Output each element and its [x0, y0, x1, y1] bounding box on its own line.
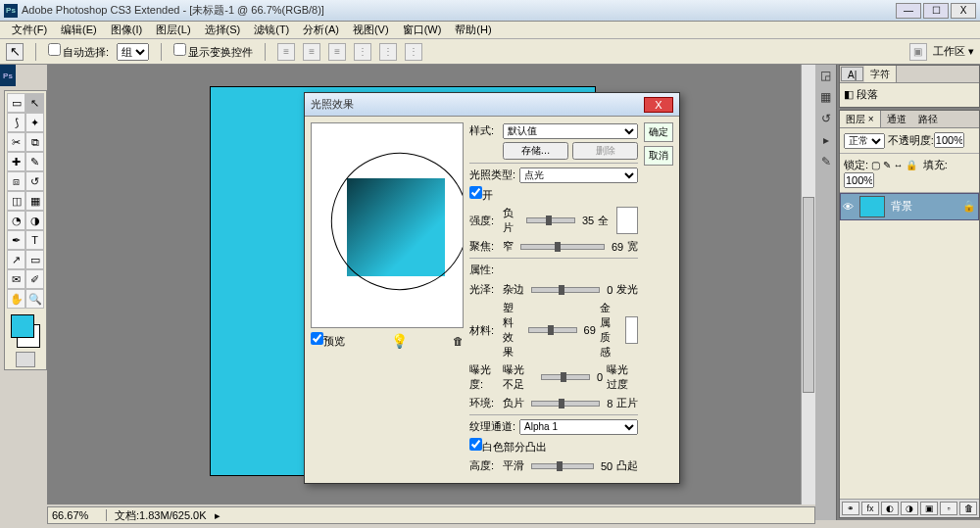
tab-layers[interactable]: 图层 × — [840, 111, 881, 127]
ambient-color-swatch[interactable] — [625, 316, 638, 344]
eraser-tool[interactable]: ◫ — [7, 191, 25, 211]
auto-select-mode[interactable]: 组 — [117, 43, 149, 61]
nav-icon[interactable]: ◲ — [815, 65, 836, 86]
actions-icon[interactable]: ▸ — [815, 129, 836, 151]
fill-value[interactable] — [844, 172, 874, 188]
info-arrow-icon[interactable]: ▸ — [215, 509, 220, 522]
intensity-right: 全 — [598, 214, 609, 228]
focus-slider[interactable] — [520, 244, 605, 250]
screen-mode-icon[interactable]: ▣ — [909, 43, 927, 61]
color-icon[interactable]: ▦ — [815, 86, 836, 108]
blur-tool[interactable]: ◔ — [7, 211, 25, 230]
dodge-tool[interactable]: ◑ — [25, 211, 44, 230]
align-icon[interactable]: ≡ — [277, 43, 295, 61]
cancel-button[interactable]: 取消 — [644, 146, 673, 166]
texture-channel-select[interactable]: Alpha 1 — [519, 419, 638, 435]
history-icon[interactable]: ↺ — [815, 108, 836, 129]
eyedrop-tool[interactable]: ✐ — [25, 269, 44, 289]
trash-icon[interactable]: 🗑 — [959, 502, 977, 515]
close-button[interactable]: X — [951, 3, 976, 19]
move-tool[interactable]: ↖ — [25, 93, 44, 113]
link-icon[interactable]: ⚭ — [842, 502, 859, 515]
move-tool-icon[interactable]: ↖ — [6, 43, 24, 61]
type-tool[interactable]: T — [25, 230, 44, 250]
light-type-select[interactable]: 点光 — [519, 168, 638, 183]
shape-tool[interactable]: ▭ — [25, 250, 44, 269]
new-icon[interactable]: ▫ — [940, 502, 957, 515]
focus-left: 窄 — [503, 239, 514, 254]
menu-file[interactable]: 文件(F) — [6, 22, 53, 38]
preview-pane: 预览 💡 🗑 — [311, 122, 464, 477]
show-transform[interactable]: 显示变换控件 — [173, 43, 253, 60]
marquee-tool[interactable]: ▭ — [7, 93, 25, 113]
gloss-slider[interactable] — [531, 287, 600, 293]
menu-filter[interactable]: 滤镜(T) — [248, 22, 295, 38]
menu-window[interactable]: 窗口(W) — [397, 22, 448, 38]
height-slider[interactable] — [531, 463, 594, 469]
brush-tool[interactable]: ✎ — [25, 152, 44, 171]
wand-tool[interactable]: ✦ — [25, 113, 44, 132]
group-icon[interactable]: ▣ — [920, 502, 938, 515]
adj-icon[interactable]: ◑ — [901, 502, 918, 515]
minimize-button[interactable]: — — [896, 3, 921, 19]
preview-canvas[interactable] — [311, 122, 464, 328]
history-brush[interactable]: ↺ — [25, 171, 44, 191]
tab-character[interactable]: 字符 — [864, 66, 897, 82]
white-high-checkbox[interactable]: 白色部分凸出 — [469, 438, 547, 455]
save-style-button[interactable]: 存储… — [503, 142, 568, 160]
align-icon[interactable]: ≡ — [303, 43, 320, 61]
exposure-slider[interactable] — [541, 374, 590, 380]
opacity-value[interactable] — [934, 132, 964, 148]
menu-analysis[interactable]: 分析(A) — [297, 22, 345, 38]
menu-help[interactable]: 帮助(H) — [449, 22, 497, 38]
fx-icon[interactable]: fx — [861, 502, 879, 515]
intensity-slider[interactable] — [526, 217, 575, 223]
material-slider[interactable] — [528, 327, 577, 333]
blend-mode[interactable]: 正常 — [844, 133, 885, 149]
crop-tool[interactable]: ✂ — [7, 132, 25, 152]
mask-icon[interactable]: ◐ — [881, 502, 899, 515]
para-toggle[interactable]: ◧ 段落 — [844, 88, 878, 100]
menu-select[interactable]: 选择(S) — [199, 22, 247, 38]
preview-checkbox[interactable]: 预览 — [311, 332, 345, 349]
layer-row-background[interactable]: 👁 背景 🔒 — [840, 193, 979, 220]
hand-tool[interactable]: ✋ — [7, 289, 25, 309]
on-checkbox[interactable]: 开 — [469, 186, 499, 203]
tab-paths[interactable]: 路径 — [912, 111, 944, 127]
zoom-tool[interactable]: 🔍 — [25, 289, 44, 309]
ambience-slider[interactable] — [531, 401, 600, 407]
quickmask-toggle[interactable] — [16, 352, 35, 367]
foreground-color[interactable] — [11, 314, 34, 338]
slice-tool[interactable]: ⧉ — [25, 132, 44, 152]
menu-view[interactable]: 视图(V) — [347, 22, 395, 38]
pen-tool[interactable]: ✒ — [7, 230, 25, 250]
heal-tool[interactable]: ✚ — [7, 152, 25, 171]
vertical-scrollbar[interactable] — [801, 65, 815, 504]
menu-edit[interactable]: 编辑(E) — [55, 22, 103, 38]
maximize-button[interactable]: ☐ — [923, 3, 949, 19]
tab-channels[interactable]: 通道 — [881, 111, 912, 127]
brush-icon[interactable]: ✎ — [815, 151, 836, 172]
distribute-icon[interactable]: ⋮ — [405, 43, 422, 61]
light-color-swatch[interactable] — [616, 207, 638, 234]
ok-button[interactable]: 确定 — [644, 122, 673, 142]
auto-select[interactable]: 自动选择: — [48, 43, 109, 60]
char-tab-icon[interactable]: A| — [841, 67, 863, 81]
gradient-tool[interactable]: ▦ — [25, 191, 44, 211]
lasso-tool[interactable]: ⟆ — [7, 113, 25, 132]
workspace-menu[interactable]: 工作区 ▾ — [933, 44, 974, 59]
lamp-icon[interactable]: 💡 — [391, 333, 408, 349]
dialog-close-button[interactable]: X — [644, 97, 673, 113]
notes-tool[interactable]: ✉ — [7, 269, 25, 289]
distribute-icon[interactable]: ⋮ — [354, 43, 371, 61]
menu-layer[interactable]: 图层(L) — [150, 22, 196, 38]
distribute-icon[interactable]: ⋮ — [379, 43, 397, 61]
trash-icon[interactable]: 🗑 — [453, 335, 464, 347]
style-select[interactable]: 默认值 — [503, 123, 638, 139]
eye-icon[interactable]: 👁 — [843, 201, 854, 213]
stamp-tool[interactable]: ⧇ — [7, 171, 25, 191]
menu-image[interactable]: 图像(I) — [105, 22, 148, 38]
align-icon[interactable]: ≡ — [328, 43, 346, 61]
path-tool[interactable]: ↗ — [7, 250, 25, 269]
zoom-level[interactable]: 66.67% — [48, 509, 107, 521]
